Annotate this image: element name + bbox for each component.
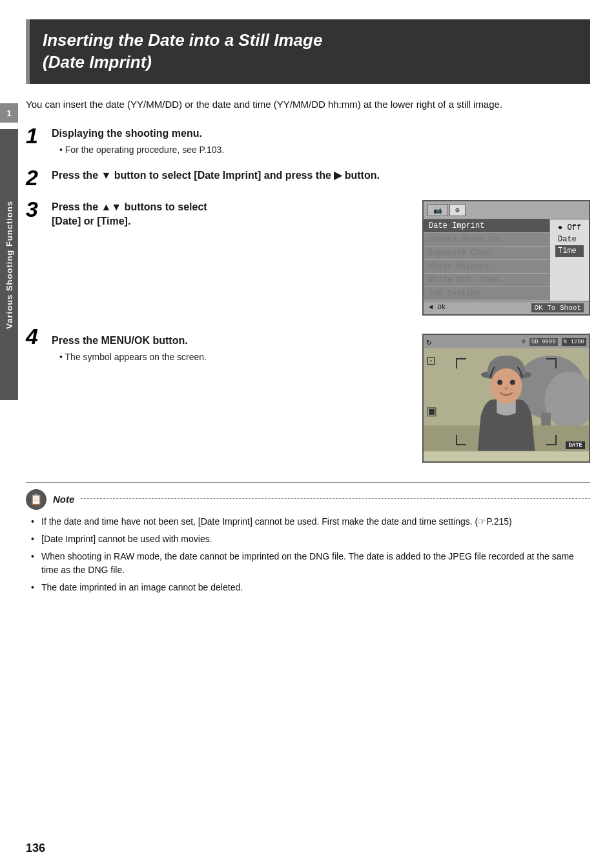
arrow-right-icon: ▶ [334,170,342,181]
option-time: Time [555,245,584,257]
step-2: 2 Press the ▼ button to select [Date Imp… [26,168,590,188]
option-off: ● Off [555,222,584,234]
note-section: 📋 Note If the date and time have not bee… [26,482,590,594]
cam-row-camera-shake: Camera Shake Cor [424,233,549,247]
side-tab-number: 1 [0,103,18,123]
cam-row-wb-comp: White Bal. Comp. [424,274,549,287]
step-1-sub: For the operating procedure, see P.103. [59,143,590,157]
camera-menu-header: 📷 ⚙ [424,201,589,219]
step-1-title: Displaying the shooting menu. [52,126,590,141]
step-1: 1 Displaying the shooting menu. For the … [26,126,590,157]
vf-n-label: N 1280 [562,338,586,346]
vf-body: ⊡ ▣ [424,348,589,452]
cam-row-wb: White Balance [424,260,549,274]
step-4-text: Press the MENU/OK button. The symbol app… [52,334,409,463]
cam-row-iso: ISO Setting [424,287,549,301]
step-3-text: Press the ▲▼ buttons to select [Date] or… [52,200,409,232]
step-3-number: 3 [26,198,52,220]
vf-timer-icon: ⊙ [522,338,526,345]
note-item-3: When shooting in RAW mode, the date cann… [31,550,590,577]
main-content: Inserting the Date into a Still Image (D… [26,0,590,594]
step-3-title: Press the ▲▼ buttons to select [Date] or… [52,200,409,229]
vf-left-icons: ⊡ ▣ [426,355,437,417]
cam-row-date-imprint: Date Imprint [424,219,549,233]
arrow-updown-icon: ▲▼ [101,201,121,212]
step-1-number: 1 [26,125,52,146]
note-item-1: If the date and time have not been set, … [31,515,590,529]
vf-top-bar: ↻ ⊙ SD 9999 N 1280 [424,335,589,348]
note-item-4: The date imprinted in an image cannot be… [31,581,590,594]
focus-bracket-tl [456,358,466,368]
vf-date-badge: DATE [566,441,585,449]
step-2-title: Press the ▼ button to select [Date Impri… [52,168,590,183]
focus-bracket-br [546,435,557,445]
step-4-layout: Press the MENU/OK button. The symbol app… [52,334,590,463]
step-2-number: 2 [26,167,52,188]
cam-row-exposure: Exposure Comp. [424,247,549,260]
step-3-content: Press the ▲▼ buttons to select [Date] or… [52,200,590,316]
step-3: 3 Press the ▲▼ buttons to select [Date] … [26,200,590,316]
vf-frame-icon: ▣ [426,405,437,417]
option-panel: ● Off Date Time [549,219,589,301]
note-items: If the date and time have not been set, … [26,515,590,594]
side-tab: Various Shooting Functions [0,129,18,400]
option-date: Date [555,234,584,245]
face-illustration [424,348,589,452]
page-title: Inserting the Date into a Still Image (D… [43,30,577,74]
note-header: 📋 Note [26,489,590,510]
vf-bracket-icon: ⊡ [426,355,437,367]
arrow-down-icon: ▼ [101,170,111,181]
footer-ok-right: OK To Shoot [531,303,584,312]
camera-viewfinder-screenshot: ↻ ⊙ SD 9999 N 1280 ⊡ ▣ [422,334,590,463]
focus-bracket-bl [456,435,466,445]
step-4-number: 4 [26,325,52,347]
svg-point-8 [510,379,515,385]
cam-menu-list: Date Imprint Camera Shake Cor Exposure C… [424,219,549,301]
intro-text: You can insert the date (YY/MM/DD) or th… [26,97,590,112]
note-dashes [81,498,590,499]
vf-rotate-icon: ↻ [426,336,431,347]
title-box: Inserting the Date into a Still Image (D… [26,19,590,84]
step-2-content: Press the ▼ button to select [Date Impri… [52,168,590,185]
side-tab-label: Various Shooting Functions [5,201,14,329]
svg-point-6 [490,368,522,404]
page-number: 136 [26,842,45,855]
footer-ok-left: ◄ Ok [429,303,446,312]
cam-tab-settings: ⚙ [449,204,466,216]
cam-menu-body: Date Imprint Camera Shake Cor Exposure C… [424,219,589,301]
step-4-title: Press the MENU/OK button. [52,334,409,348]
step-4-sub: The symbol appears on the screen. [59,350,409,364]
camera-menu-footer: ◄ Ok OK To Shoot [424,301,589,314]
cam-tab-camera: 📷 [427,204,448,216]
note-title: Note [53,494,74,505]
step-3-layout: Press the ▲▼ buttons to select [Date] or… [52,200,590,316]
step-4-content: Press the MENU/OK button. The symbol app… [52,327,590,463]
step-1-content: Displaying the shooting menu. For the op… [52,126,590,157]
camera-menu-screenshot: 📷 ⚙ Date Imprint Camera Shake Cor [422,200,590,316]
note-item-2: [Date Imprint] cannot be used with movie… [31,532,590,546]
step-4: 4 Press the MENU/OK button. The symbol a… [26,327,590,463]
vf-sd-label: SD 9999 [529,338,558,346]
focus-bracket-tr [546,358,557,368]
svg-point-7 [497,379,502,385]
note-icon: 📋 [26,489,46,510]
